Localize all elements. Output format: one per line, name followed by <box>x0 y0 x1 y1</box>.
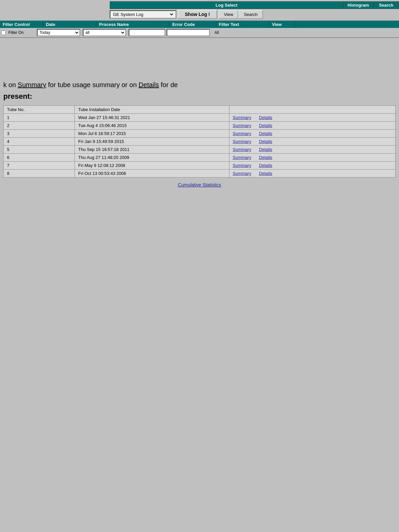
tube-date-header: Tube Installation Date <box>75 106 229 114</box>
search-header-top: Search <box>373 1 399 9</box>
table-row: 7 Fri May 9 12:08:12 2008 Summary Detail… <box>4 162 396 170</box>
tube-no-cell: 1 <box>4 114 75 122</box>
summary-link[interactable]: Summary <box>233 139 251 144</box>
log-system-dropdown[interactable]: GE System Log <box>110 10 176 19</box>
tube-actions-cell: Summary Details <box>229 162 395 170</box>
filter-on-checkbox[interactable] <box>1 31 6 35</box>
tube-no-header: Tube No. <box>4 106 75 114</box>
tube-no-cell: 4 <box>4 138 75 146</box>
tube-actions-cell: Summary Details <box>229 146 395 154</box>
tube-date-cell: Thu Aug 27 11:48:20 2009 <box>75 154 229 162</box>
summary-link[interactable]: Summary <box>233 115 251 120</box>
table-row: 8 Fri Oct 13 00:53:43 2006 Summary Detai… <box>4 170 396 178</box>
tube-actions-cell: Summary Details <box>229 122 395 130</box>
date-header: Date <box>43 21 96 28</box>
summary-link[interactable]: Summary <box>233 155 251 160</box>
tube-no-cell: 5 <box>4 146 75 154</box>
toolbar: Log Select Histogram Search GE System Lo… <box>0 0 399 21</box>
error-code-header: Error Code <box>170 21 216 28</box>
present-label: present: <box>3 92 396 101</box>
process-name-header: Process Name <box>96 21 170 28</box>
details-link[interactable]: Details <box>259 155 272 160</box>
filter-text-input[interactable] <box>167 29 210 36</box>
tube-actions-cell: Summary Details <box>229 138 395 146</box>
process-filter-select[interactable]: all <box>83 29 126 36</box>
log-system-select[interactable]: GE System Log <box>112 12 174 17</box>
instruction-text: k on Summary for tube usage summary or o… <box>3 81 396 89</box>
summary-link[interactable]: Summary <box>233 147 251 152</box>
instruction-prefix: k on <box>3 81 18 88</box>
details-link[interactable]: Details <box>259 115 272 120</box>
filter-text-header: Filter Text <box>216 21 269 28</box>
tube-date-cell: Thu Sep 15 16:57:18 2011 <box>75 146 229 154</box>
summary-link[interactable]: Summary <box>233 123 251 128</box>
tube-date-cell: Mon Jul 6 16:59:17 2015 <box>75 130 229 138</box>
spacer <box>0 38 399 78</box>
tube-actions-cell: Summary Details <box>229 130 395 138</box>
tube-no-cell: 7 <box>4 162 75 170</box>
tube-actions-cell: Summary Details <box>229 170 395 178</box>
tube-no-cell: 2 <box>4 122 75 130</box>
tube-actions-header <box>229 106 395 114</box>
filter-bar: Filter Control Date Process Name Error C… <box>0 21 399 38</box>
search-button[interactable]: Search <box>238 10 263 19</box>
table-row: 2 Tue Aug 4 15:06:46 2015 Summary Detail… <box>4 122 396 130</box>
cumulative-stats-link[interactable]: Cumulative Statistics <box>178 182 221 188</box>
show-log-button[interactable]: Show Log ! <box>178 10 217 19</box>
summary-instruction-link[interactable]: Summary <box>18 81 46 88</box>
instruction-middle: for tube usage summary or on <box>46 81 139 88</box>
error-code-input[interactable] <box>129 29 165 36</box>
details-instruction-link[interactable]: Details <box>139 81 159 88</box>
filter-control-header: Filter Control <box>0 21 43 28</box>
summary-link[interactable]: Summary <box>233 171 251 176</box>
table-row: 4 Fri Jan 9 15:49:59 2015 Summary Detail… <box>4 138 396 146</box>
details-link[interactable]: Details <box>259 139 272 144</box>
details-link[interactable]: Details <box>259 147 272 152</box>
view-all-label: All <box>214 30 231 35</box>
filter-on-label: Filter On <box>7 30 37 35</box>
tube-date-cell: Fri Oct 13 00:53:43 2006 <box>75 170 229 178</box>
view-header: View <box>269 21 296 28</box>
tube-date-cell: Wed Jan 27 15:46:31 2021 <box>75 114 229 122</box>
details-link[interactable]: Details <box>259 171 272 176</box>
table-row: 6 Thu Aug 27 11:48:20 2009 Summary Detai… <box>4 154 396 162</box>
histogram-header: Histogram <box>343 1 373 9</box>
table-row: 5 Thu Sep 15 16:57:18 2011 Summary Detai… <box>4 146 396 154</box>
details-link[interactable]: Details <box>259 131 272 136</box>
tube-actions-cell: Summary Details <box>229 154 395 162</box>
tube-no-cell: 3 <box>4 130 75 138</box>
tube-date-cell: Fri May 9 12:08:12 2008 <box>75 162 229 170</box>
date-filter-select[interactable]: Today <box>37 29 80 36</box>
view-button[interactable]: View <box>218 10 238 19</box>
table-row: 3 Mon Jul 6 16:59:17 2015 Summary Detail… <box>4 130 396 138</box>
summary-link[interactable]: Summary <box>233 163 251 168</box>
cumulative-stats-container: Cumulative Statistics <box>0 182 399 188</box>
tube-actions-cell: Summary Details <box>229 114 395 122</box>
tube-date-cell: Tue Aug 4 15:06:46 2015 <box>75 122 229 130</box>
instruction-suffix: for de <box>159 81 178 88</box>
tube-date-cell: Fri Jan 9 15:49:59 2015 <box>75 138 229 146</box>
log-select-header: Log Select <box>110 1 343 9</box>
summary-link[interactable]: Summary <box>233 131 251 136</box>
tube-table: Tube No. Tube Installation Date 1 Wed Ja… <box>3 105 396 178</box>
tube-no-cell: 6 <box>4 154 75 162</box>
details-link[interactable]: Details <box>259 163 272 168</box>
table-row: 1 Wed Jan 27 15:46:31 2021 Summary Detai… <box>4 114 396 122</box>
instruction-area: k on Summary for tube usage summary or o… <box>0 78 399 101</box>
details-link[interactable]: Details <box>259 123 272 128</box>
tube-no-cell: 8 <box>4 170 75 178</box>
bottom-spacer <box>0 198 399 264</box>
